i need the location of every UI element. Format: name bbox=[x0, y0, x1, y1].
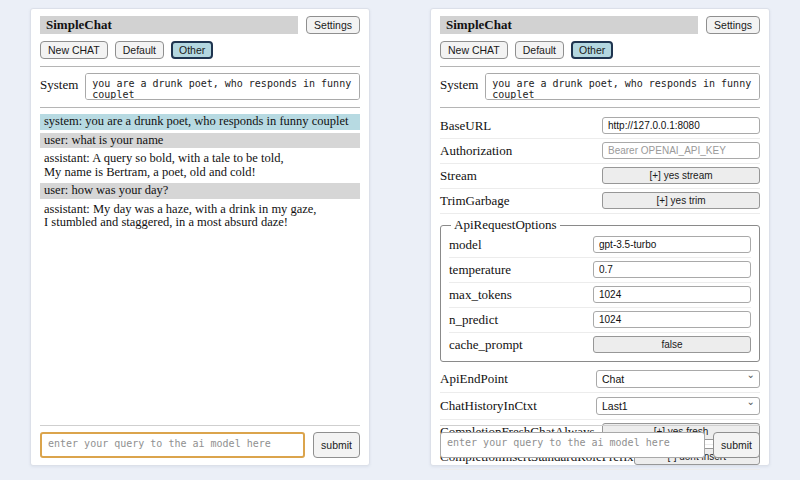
app-title: SimpleChat bbox=[440, 16, 698, 34]
setting-row-stream: Stream [+] yes stream bbox=[440, 164, 760, 189]
n-predict-label: n_predict bbox=[449, 312, 498, 328]
system-prompt-label: System bbox=[40, 73, 78, 100]
setting-row-baseurl: BaseURL bbox=[440, 114, 760, 139]
settings-panel: SimpleChat Settings New CHAT Default Oth… bbox=[430, 8, 770, 466]
query-bar: submit bbox=[440, 425, 760, 458]
system-prompt-row: System you are a drunk poet, who respond… bbox=[440, 73, 760, 100]
api-endpoint-label: ApiEndPoint bbox=[440, 371, 508, 387]
temperature-label: temperature bbox=[449, 262, 511, 278]
temperature-input[interactable] bbox=[593, 261, 751, 278]
setting-row-max-tokens: max_tokens bbox=[449, 283, 751, 308]
max-tokens-label: max_tokens bbox=[449, 287, 512, 303]
chat-message-user: user: what is your name bbox=[40, 133, 360, 149]
api-endpoint-select-wrap: Chat ⌄ bbox=[596, 369, 760, 388]
setting-row-trimgarbage: TrimGarbage [+] yes trim bbox=[440, 189, 760, 214]
chat-log: system: you are a drunk poet, who respon… bbox=[40, 114, 360, 231]
setting-row-chat-history-in-ctxt: ChatHistoryInCtxt Last1 ⌄ bbox=[440, 393, 760, 420]
tab-session-other[interactable]: Other bbox=[171, 41, 213, 59]
submit-button[interactable]: submit bbox=[713, 432, 760, 458]
model-input[interactable] bbox=[593, 236, 751, 253]
chat-message-assistant: assistant: My day was a haze, with a dri… bbox=[40, 202, 360, 231]
chat-message-system: system: you are a drunk poet, who respon… bbox=[40, 114, 360, 130]
divider bbox=[40, 66, 360, 67]
divider bbox=[440, 425, 760, 426]
session-tabs: New CHAT Default Other bbox=[440, 41, 760, 59]
setting-row-cache-prompt: cache_prompt false bbox=[449, 333, 751, 357]
setting-row-model: model bbox=[449, 233, 751, 258]
system-prompt-row: System you are a drunk poet, who respond… bbox=[40, 73, 360, 100]
settings-panel-header: SimpleChat Settings bbox=[440, 16, 760, 34]
new-chat-button[interactable]: New CHAT bbox=[40, 41, 108, 59]
system-prompt-input[interactable]: you are a drunk poet, who responds in fu… bbox=[485, 73, 760, 100]
page: SimpleChat Settings New CHAT Default Oth… bbox=[0, 0, 800, 480]
divider bbox=[440, 66, 760, 67]
tab-session-default[interactable]: Default bbox=[115, 41, 164, 59]
chat-history-select[interactable]: Last1 bbox=[596, 397, 760, 415]
stream-label: Stream bbox=[440, 168, 477, 184]
chat-message-user: user: how was your day? bbox=[40, 183, 360, 199]
chat-history-in-ctxt-label: ChatHistoryInCtxt bbox=[440, 398, 537, 414]
baseurl-input[interactable] bbox=[602, 117, 760, 134]
setting-row-api-endpoint: ApiEndPoint Chat ⌄ bbox=[440, 366, 760, 393]
settings-button[interactable]: Settings bbox=[706, 16, 760, 34]
divider bbox=[40, 425, 360, 426]
divider bbox=[40, 107, 360, 108]
session-tabs: New CHAT Default Other bbox=[40, 41, 360, 59]
query-bar: submit bbox=[40, 425, 360, 458]
tab-session-default[interactable]: Default bbox=[515, 41, 564, 59]
cache-prompt-label: cache_prompt bbox=[449, 337, 523, 353]
api-request-options-fieldset: ApiRequestOptions model temperature max_… bbox=[440, 217, 760, 362]
max-tokens-input[interactable] bbox=[593, 286, 751, 303]
chat-message-assistant: assistant: A query so bold, with a tale … bbox=[40, 151, 360, 180]
system-prompt-input[interactable]: you are a drunk poet, who responds in fu… bbox=[85, 73, 360, 100]
new-chat-button[interactable]: New CHAT bbox=[440, 41, 508, 59]
divider bbox=[440, 107, 760, 108]
authorization-label: Authorization bbox=[440, 143, 512, 159]
query-input[interactable] bbox=[40, 432, 305, 458]
app-title: SimpleChat bbox=[40, 16, 298, 34]
n-predict-input[interactable] bbox=[593, 311, 751, 328]
chat-panel-header: SimpleChat Settings bbox=[40, 16, 360, 34]
model-label: model bbox=[449, 237, 482, 253]
setting-row-authorization: Authorization bbox=[440, 139, 760, 164]
setting-row-n-predict: n_predict bbox=[449, 308, 751, 333]
baseurl-label: BaseURL bbox=[440, 118, 491, 134]
trimgarbage-label: TrimGarbage bbox=[440, 193, 510, 209]
setting-row-temperature: temperature bbox=[449, 258, 751, 283]
api-request-options-legend: ApiRequestOptions bbox=[451, 217, 560, 233]
tab-session-other[interactable]: Other bbox=[571, 41, 613, 59]
authorization-input[interactable] bbox=[602, 142, 760, 159]
settings-list: BaseURL Authorization Stream [+] yes str… bbox=[440, 114, 760, 470]
chat-history-select-wrap: Last1 ⌄ bbox=[596, 396, 760, 415]
settings-button[interactable]: Settings bbox=[306, 16, 360, 34]
chat-panel: SimpleChat Settings New CHAT Default Oth… bbox=[30, 8, 370, 466]
stream-toggle-button[interactable]: [+] yes stream bbox=[602, 167, 760, 184]
api-endpoint-select[interactable]: Chat bbox=[596, 370, 760, 388]
trimgarbage-toggle-button[interactable]: [+] yes trim bbox=[602, 192, 760, 209]
cache-prompt-toggle-button[interactable]: false bbox=[593, 336, 751, 353]
system-prompt-label: System bbox=[440, 73, 478, 100]
submit-button[interactable]: submit bbox=[313, 432, 360, 458]
query-input[interactable] bbox=[440, 432, 705, 458]
